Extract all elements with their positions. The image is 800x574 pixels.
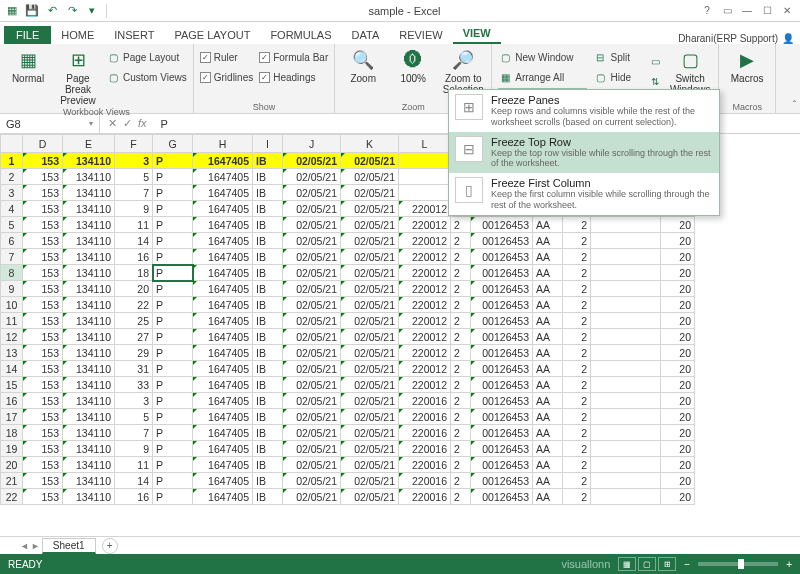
user-account[interactable]: Dharani(ERP Support) 👤	[678, 33, 800, 44]
page-break-button[interactable]: ⊞Page Break Preview	[56, 46, 100, 106]
zoom-selection-button[interactable]: 🔎Zoom to Selection	[441, 46, 485, 95]
row-header[interactable]: 9	[1, 281, 23, 297]
column-header[interactable]: L	[399, 135, 451, 153]
table-row[interactable]: 2015313411011P1647405IB02/05/2102/05/212…	[1, 457, 695, 473]
table-row[interactable]: 615313411014P1647405IB02/05/2102/05/2122…	[1, 233, 695, 249]
freeze-panes-item[interactable]: ⊞ Freeze PanesKeep rows and columns visi…	[449, 90, 719, 132]
row-header[interactable]: 22	[1, 489, 23, 505]
row-header[interactable]: 15	[1, 377, 23, 393]
undo-icon[interactable]: ↶	[44, 3, 60, 19]
table-row[interactable]: 191531341109P1647405IB02/05/2102/05/2122…	[1, 441, 695, 457]
row-header[interactable]: 11	[1, 313, 23, 329]
column-header[interactable]: I	[253, 135, 283, 153]
column-header[interactable]: H	[193, 135, 253, 153]
zoom-100-button[interactable]: ⓿100%	[391, 46, 435, 84]
ribbon-options-icon[interactable]: ▭	[720, 4, 734, 18]
row-header[interactable]: 16	[1, 393, 23, 409]
table-row[interactable]: 1315313411029P1647405IB02/05/2102/05/212…	[1, 345, 695, 361]
tab-formulas[interactable]: FORMULAS	[260, 26, 341, 44]
row-header[interactable]: 10	[1, 297, 23, 313]
qat-customize-icon[interactable]: ▾	[84, 3, 100, 19]
redo-icon[interactable]: ↷	[64, 3, 80, 19]
table-row[interactable]: 1215313411027P1647405IB02/05/2102/05/212…	[1, 329, 695, 345]
row-header[interactable]: 19	[1, 441, 23, 457]
maximize-icon[interactable]: ☐	[760, 4, 774, 18]
tab-review[interactable]: REVIEW	[389, 26, 452, 44]
table-row[interactable]: 2215313411016P1647405IB02/05/2102/05/212…	[1, 489, 695, 505]
tab-pagelayout[interactable]: PAGE LAYOUT	[164, 26, 260, 44]
new-window-button[interactable]: ▢New Window	[498, 48, 587, 66]
row-header[interactable]: 2	[1, 169, 23, 185]
switch-windows-button[interactable]: ▢Switch Windows	[668, 46, 712, 95]
sheet-nav[interactable]: ◄►	[20, 541, 40, 551]
table-row[interactable]: 515313411011P1647405IB02/05/2102/05/2122…	[1, 217, 695, 233]
table-row[interactable]: 1415313411031P1647405IB02/05/2102/05/212…	[1, 361, 695, 377]
arrange-all-button[interactable]: ▦Arrange All	[498, 68, 587, 86]
column-header[interactable]: E	[63, 135, 115, 153]
row-header[interactable]: 8	[1, 265, 23, 281]
custom-views-button[interactable]: ▢Custom Views	[106, 68, 187, 86]
enter-icon[interactable]: ✓	[123, 117, 132, 130]
zoom-button[interactable]: 🔍Zoom	[341, 46, 385, 84]
row-header[interactable]: 7	[1, 249, 23, 265]
row-header[interactable]: 14	[1, 361, 23, 377]
zoom-in-button[interactable]: +	[786, 559, 792, 570]
tab-view[interactable]: VIEW	[453, 24, 501, 44]
formulabar-checkbox[interactable]: ✓Formula Bar	[259, 48, 328, 66]
column-header[interactable]: F	[115, 135, 153, 153]
row-header[interactable]: 6	[1, 233, 23, 249]
row-header[interactable]: 13	[1, 345, 23, 361]
side-by-side-button[interactable]: ▭	[648, 52, 662, 70]
chevron-down-icon[interactable]: ▾	[89, 119, 93, 128]
help-icon[interactable]: ?	[700, 4, 714, 18]
view-buttons[interactable]: ▦▢⊞	[618, 557, 676, 571]
split-button[interactable]: ⊟Split	[593, 48, 642, 66]
freeze-top-row-item[interactable]: ⊟ Freeze Top RowKeep the top row visible…	[449, 132, 719, 174]
row-header[interactable]: 20	[1, 457, 23, 473]
row-header[interactable]: 4	[1, 201, 23, 217]
table-row[interactable]: 915313411020P1647405IB02/05/2102/05/2122…	[1, 281, 695, 297]
column-header[interactable]: G	[153, 135, 193, 153]
tab-home[interactable]: HOME	[51, 26, 104, 44]
freeze-first-column-item[interactable]: ▯ Freeze First ColumnKeep the first colu…	[449, 173, 719, 215]
table-row[interactable]: 715313411016P1647405IB02/05/2102/05/2122…	[1, 249, 695, 265]
hide-button[interactable]: ▢Hide	[593, 68, 642, 86]
headings-checkbox[interactable]: ✓Headings	[259, 68, 328, 86]
macros-button[interactable]: ▶Macros	[725, 46, 769, 84]
close-icon[interactable]: ✕	[780, 4, 794, 18]
table-row[interactable]: 2115313411014P1647405IB02/05/2102/05/212…	[1, 473, 695, 489]
zoom-out-button[interactable]: −	[684, 559, 690, 570]
row-header[interactable]: 1	[1, 153, 23, 169]
table-row[interactable]: 1115313411025P1647405IB02/05/2102/05/212…	[1, 313, 695, 329]
column-header[interactable]: D	[23, 135, 63, 153]
gridlines-checkbox[interactable]: ✓Gridlines	[200, 68, 253, 86]
ruler-checkbox[interactable]: ✓Ruler	[200, 48, 253, 66]
table-row[interactable]: 181531341107P1647405IB02/05/2102/05/2122…	[1, 425, 695, 441]
normal-button[interactable]: ▦Normal	[6, 46, 50, 84]
table-row[interactable]: 1515313411033P1647405IB02/05/2102/05/212…	[1, 377, 695, 393]
sync-scroll-button[interactable]: ⇅	[648, 72, 662, 90]
tab-insert[interactable]: INSERT	[104, 26, 164, 44]
collapse-ribbon-icon[interactable]: ˆ	[793, 100, 796, 111]
table-row[interactable]: 161531341103P1647405IB02/05/2102/05/2122…	[1, 393, 695, 409]
add-sheet-button[interactable]: +	[102, 538, 118, 554]
table-row[interactable]: 171531341105P1647405IB02/05/2102/05/2122…	[1, 409, 695, 425]
row-header[interactable]: 5	[1, 217, 23, 233]
table-row[interactable]: 815313411018P1647405IB02/05/2102/05/2122…	[1, 265, 695, 281]
column-header[interactable]: J	[283, 135, 341, 153]
sheet-tab[interactable]: Sheet1	[42, 538, 96, 554]
table-row[interactable]: 1015313411022P1647405IB02/05/2102/05/212…	[1, 297, 695, 313]
zoom-slider[interactable]	[698, 562, 778, 566]
tab-file[interactable]: FILE	[4, 26, 51, 44]
row-header[interactable]: 12	[1, 329, 23, 345]
tab-data[interactable]: DATA	[342, 26, 390, 44]
minimize-icon[interactable]: —	[740, 4, 754, 18]
fx-icon[interactable]: fx	[138, 117, 147, 130]
save-icon[interactable]: 💾	[24, 3, 40, 19]
page-layout-button[interactable]: ▢Page Layout	[106, 48, 187, 66]
row-header[interactable]: 17	[1, 409, 23, 425]
column-header[interactable]: K	[341, 135, 399, 153]
row-header[interactable]: 21	[1, 473, 23, 489]
row-header[interactable]: 3	[1, 185, 23, 201]
cancel-icon[interactable]: ✕	[108, 117, 117, 130]
